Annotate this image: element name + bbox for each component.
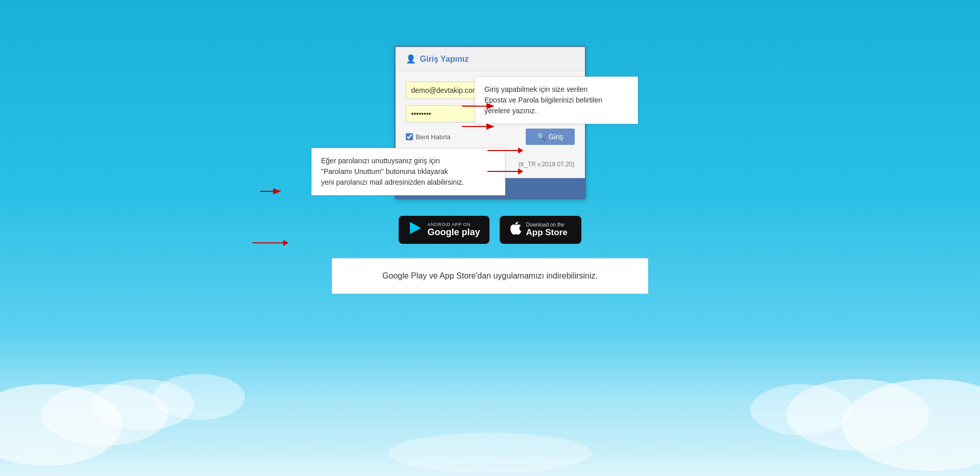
tooltip-right-text: Giriş yapabilmek için size verilen Epost… xyxy=(484,85,602,115)
apple-icon xyxy=(509,221,521,239)
login-button[interactable]: 🔍 Giriş xyxy=(526,129,575,145)
remember-checkbox[interactable] xyxy=(406,133,413,140)
info-text: Google Play ve App Store'dan uygulamamız… xyxy=(382,271,598,280)
tooltip-right: Giriş yapabilmek için size verilen Epost… xyxy=(475,77,638,124)
app-store-large: App Store xyxy=(526,228,568,238)
search-icon: 🔍 xyxy=(537,133,546,141)
google-play-large: Google play xyxy=(427,227,480,238)
svg-marker-3 xyxy=(410,222,421,234)
card-header: 👤 Giriş Yapınız xyxy=(396,47,585,71)
google-play-button[interactable]: ANDROID APP ON Google play xyxy=(399,216,489,244)
google-play-icon xyxy=(408,221,422,239)
info-box: Google Play ve App Store'dan uygulamamız… xyxy=(332,258,648,294)
remember-row: Beni Hatırla 🔍 Giriş xyxy=(406,129,575,145)
google-play-text: ANDROID APP ON Google play xyxy=(427,222,480,238)
login-area: Eğer parolanızı unuttuysanız giriş için … xyxy=(260,46,720,199)
tooltip-left: Eğer parolanızı unuttuysanız giriş için … xyxy=(311,148,505,195)
user-icon: 👤 xyxy=(406,54,416,64)
tooltip-left-text: Eğer parolanızı unuttuysanız giriş için … xyxy=(321,157,464,186)
app-store-text: Download on the App Store xyxy=(526,222,568,238)
app-store-small: Download on the xyxy=(526,222,568,228)
google-play-small: ANDROID APP ON xyxy=(427,222,480,227)
remember-label[interactable]: Beni Hatırla xyxy=(406,133,451,141)
main-content: Eğer parolanızı unuttuysanız giriş için … xyxy=(0,0,980,476)
app-store-button[interactable]: Download on the App Store xyxy=(500,216,581,244)
app-buttons: ANDROID APP ON Google play Download on t… xyxy=(399,216,581,244)
card-title: Giriş Yapınız xyxy=(420,55,469,64)
